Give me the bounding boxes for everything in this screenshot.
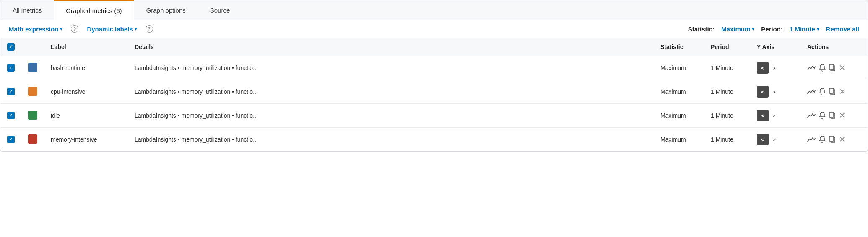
row-statistic: Maximum [654,80,704,104]
copy-icon[interactable] [829,64,836,72]
row-details: LambdaInsights • memory_utilization • fu… [128,104,654,128]
header-checkbox[interactable]: ✓ [7,43,15,51]
svg-rect-8 [829,112,834,117]
remove-icon[interactable]: ✕ [839,111,845,120]
remove-icon[interactable]: ✕ [839,87,845,96]
row-actions-cell: ✕ [800,104,868,128]
row-checkbox-cell[interactable]: ✓ [0,56,21,80]
table-row: ✓ memory-intensive LambdaInsights • memo… [0,128,868,152]
table-row: ✓ cpu-intensive LambdaInsights • memory_… [0,80,868,104]
period-chevron: ▾ [817,26,819,32]
copy-icon[interactable] [829,112,836,119]
row-statistic: Maximum [654,56,704,80]
alarm-icon[interactable] [819,112,826,119]
math-expression-label: Math expression [9,26,58,33]
row-period: 1 Minute [704,128,750,152]
dynamic-labels-dropdown[interactable]: Dynamic labels ▾ [87,26,137,33]
row-yaxis-cell: < > [750,104,800,128]
table-row: ✓ bash-runtime LambdaInsights • memory_u… [0,56,868,80]
remove-all-button[interactable]: Remove all [826,26,859,33]
header-statistic: Statistic [654,38,704,56]
copy-icon[interactable] [829,136,836,143]
alarm-icon[interactable] [819,88,826,95]
row-yaxis-cell: < > [750,80,800,104]
toolbar: Math expression ▾ ? Dynamic labels ▾ ? S… [0,20,868,38]
main-container: All metrics Graphed metrics (6) Graph op… [0,0,868,152]
statistic-dropdown[interactable]: Maximum ▾ [721,26,754,33]
row-details: LambdaInsights • memory_utilization • fu… [128,56,654,80]
yaxis-left-button[interactable]: < [757,110,769,121]
row-actions-cell: ✕ [800,128,868,152]
row-checkbox[interactable]: ✓ [7,136,15,143]
header-checkbox-cell[interactable]: ✓ [0,38,21,56]
graph-icon[interactable] [807,113,816,118]
row-details: LambdaInsights • memory_utilization • fu… [128,128,654,152]
header-label: Label [44,38,128,56]
row-checkbox[interactable]: ✓ [7,64,15,72]
svg-rect-5 [829,88,834,93]
row-yaxis-cell: < > [750,128,800,152]
statistic-prefix: Statistic: [688,26,715,33]
row-checkbox[interactable]: ✓ [7,88,15,95]
row-period: 1 Minute [704,80,750,104]
table-header-row: ✓ Label Details Statistic Period Y Axis … [0,38,868,56]
row-color-swatch [28,63,37,72]
header-details: Details [128,38,654,56]
row-color-swatch [28,111,37,120]
row-color-cell [21,128,44,152]
tab-graph-options[interactable]: Graph options [134,0,198,20]
row-color-cell [21,104,44,128]
copy-icon[interactable] [829,88,836,95]
yaxis-left-button[interactable]: < [757,86,769,98]
yaxis-right-arrow[interactable]: > [769,86,779,98]
yaxis-right-arrow[interactable]: > [769,62,779,74]
toolbar-left: Math expression ▾ ? Dynamic labels ▾ ? [9,25,153,33]
yaxis-left-button[interactable]: < [757,62,769,74]
header-yaxis: Y Axis [750,38,800,56]
math-expression-help[interactable]: ? [71,25,78,33]
tab-graphed-metrics[interactable]: Graphed metrics (6) [54,0,134,20]
row-checkbox-cell[interactable]: ✓ [0,104,21,128]
graph-icon[interactable] [807,137,816,142]
row-checkbox[interactable]: ✓ [7,112,15,119]
alarm-icon[interactable] [819,64,826,72]
svg-rect-2 [829,64,834,70]
yaxis-right-arrow[interactable]: > [769,134,779,145]
row-details: LambdaInsights • memory_utilization • fu… [128,80,654,104]
row-label: idle [44,104,128,128]
period-value: 1 Minute [790,26,815,33]
row-checkbox-cell[interactable]: ✓ [0,128,21,152]
alarm-icon[interactable] [819,136,826,143]
row-color-cell [21,56,44,80]
math-expression-dropdown[interactable]: Math expression ▾ [9,26,62,33]
row-period: 1 Minute [704,56,750,80]
statistic-value: Maximum [721,26,750,33]
remove-icon[interactable]: ✕ [839,135,845,144]
svg-rect-11 [829,136,834,141]
tab-source[interactable]: Source [198,0,242,20]
dynamic-labels-chevron: ▾ [135,26,137,32]
row-label: bash-runtime [44,56,128,80]
period-dropdown[interactable]: 1 Minute ▾ [790,26,819,33]
row-actions-cell: ✕ [800,56,868,80]
yaxis-left-button[interactable]: < [757,134,769,145]
graph-icon[interactable] [807,65,816,71]
dynamic-labels-help[interactable]: ? [146,25,153,33]
row-label: cpu-intensive [44,80,128,104]
row-color-cell [21,80,44,104]
row-color-swatch [28,87,37,96]
row-statistic: Maximum [654,104,704,128]
graph-icon[interactable] [807,89,816,95]
row-period: 1 Minute [704,104,750,128]
header-color-cell [21,38,44,56]
statistic-chevron: ▾ [752,26,754,32]
row-statistic: Maximum [654,128,704,152]
tab-all-metrics[interactable]: All metrics [0,0,54,20]
row-checkbox-cell[interactable]: ✓ [0,80,21,104]
row-label: memory-intensive [44,128,128,152]
remove-icon[interactable]: ✕ [839,63,845,72]
yaxis-right-arrow[interactable]: > [769,110,779,121]
dynamic-labels-label: Dynamic labels [87,26,133,33]
header-period: Period [704,38,750,56]
period-prefix: Period: [761,26,783,33]
